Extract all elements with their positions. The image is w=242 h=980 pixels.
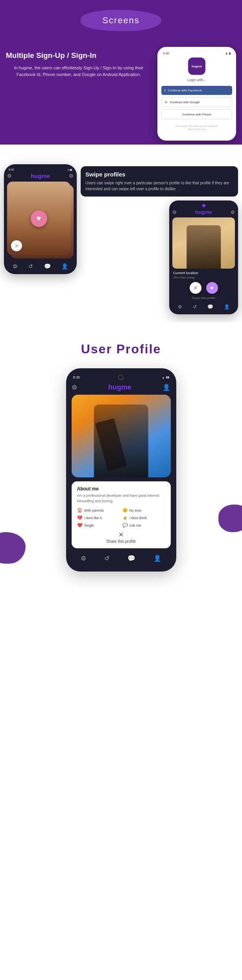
profile-header-row: ⚙ hugme 👤	[72, 383, 171, 392]
login-phone-mockup: 8:30 ▲ ▮ hugme Login with... f Continue …	[157, 47, 236, 141]
profile-card-image	[172, 217, 235, 269]
profile-tags-grid: 🏠 With parents 😐 No ever 💔 i dont like i…	[77, 508, 165, 528]
swipe-time: 8:30	[9, 168, 14, 171]
about-me-title: About me	[77, 486, 165, 492]
user-profile-title: User Profile	[81, 342, 161, 356]
swipe-card-front: ♥ ✕	[7, 182, 70, 255]
screens-header: Screens	[0, 0, 242, 39]
profile-nav-person[interactable]: 👤	[153, 555, 161, 562]
facebook-icon: f	[164, 89, 166, 92]
wifi-icon: ▲	[225, 52, 228, 55]
swipe-card-stack: ♥ ✕	[7, 182, 74, 258]
like-button[interactable]: ♥	[206, 282, 218, 294]
signup-title: Multiple Sign-Up / Sign-In	[6, 51, 151, 61]
screens-blob: Screens	[81, 10, 161, 31]
nav-settings-icon[interactable]: ⚙	[13, 263, 18, 269]
screens-title: Screens	[102, 15, 140, 25]
user-profile-section: User Profile 8:30 ▲ ▮▮ ⚙ hugme 👤 About m…	[0, 322, 242, 603]
tag-single-icon: ❤️	[77, 523, 83, 528]
phone-right-logo: hugme	[195, 209, 212, 215]
tag-with-parents-label: With parents	[84, 509, 104, 512]
battery-icon: ▮	[229, 52, 231, 55]
swipe-settings-icon[interactable]: ⚙	[7, 173, 12, 179]
swipe-text-block: Swipe profiles Users can swipe right ove…	[81, 166, 238, 197]
swipe-logo: hugme	[31, 173, 50, 179]
swipe-title: Swipe profiles	[85, 171, 233, 178]
swipe-phone-header: ⚙ hugme ⚙	[7, 173, 74, 179]
facebook-login-button[interactable]: f Continue with Facebook	[161, 86, 232, 95]
tag-home-icon: 🏠	[77, 508, 83, 513]
like-heart-overlay: ♥	[31, 210, 47, 227]
google-icon: G	[165, 100, 167, 104]
nav-chat-icon[interactable]: 💬	[44, 263, 51, 269]
signup-text-block: Multiple Sign-Up / Sign-In In hugme, the…	[6, 47, 151, 78]
profile-notch	[118, 375, 124, 380]
swipe-description: Users can swipe right over a particular …	[85, 180, 233, 192]
tag-ask-me-label: Ask me	[129, 523, 141, 527]
profile-logo: hugme	[108, 383, 131, 392]
tag-dont-drink-label: I dont drink	[129, 516, 147, 520]
location-label: Current location	[173, 271, 234, 275]
action-buttons: ✕ ♥	[173, 282, 234, 294]
share-profile-row: ✕ Share this profile	[77, 531, 165, 544]
profile-wifi: ▲	[162, 376, 165, 379]
tag-dont-like: 💔 i dont like it	[77, 515, 120, 520]
login-footnote: Don't worry! We never post on Facebook	[175, 125, 218, 127]
share-profile-label: Share this profile	[173, 296, 234, 300]
tag-no-ever: 😐 No ever	[122, 508, 165, 513]
profile-header-settings[interactable]: ⚙	[72, 384, 77, 391]
profile-nav-rewind[interactable]: ↺	[104, 555, 109, 562]
app-icon: hugme	[188, 58, 205, 75]
dislike-x-button[interactable]: ✕	[11, 240, 22, 251]
profile-nav-settings[interactable]: ⚙	[81, 555, 86, 562]
profile-phone-mockup: 8:30 ▲ ▮▮ ⚙ hugme 👤 About me Am a profes…	[66, 368, 176, 572]
swipe-battery: ▮▮	[70, 168, 72, 171]
status-time: 8:30	[163, 52, 169, 55]
google-login-button[interactable]: G Continue with Google	[161, 97, 232, 107]
phone-right-settings[interactable]: ⚙	[172, 210, 177, 215]
tag-with-parents: 🏠 With parents	[77, 508, 120, 513]
share-x-icon: ✕	[118, 531, 124, 538]
tag-single: ❤️ Single	[77, 523, 120, 528]
nav-profile-icon[interactable]: 👤	[61, 263, 68, 269]
about-me-card: About me Am a professional developer and…	[72, 481, 171, 548]
dislike-button[interactable]: ✕	[190, 282, 201, 294]
tag-heart-break-icon: 💔	[77, 515, 83, 520]
blob-left	[0, 532, 26, 564]
distance-label: 254 miles away	[173, 276, 234, 279]
tag-dont-drink: 🍺 I dont drink	[122, 515, 165, 520]
login-terms: Terms of Service	[188, 128, 206, 130]
swipe-nav-bar: ⚙ ↺ 💬 👤	[7, 262, 74, 271]
nav2-settings[interactable]: ⚙	[178, 304, 182, 310]
tag-ask-me: 💬 Ask me	[122, 523, 165, 528]
tag-drink-icon: 🍺	[122, 515, 128, 520]
profile-status-bar: 8:30 ▲ ▮▮	[72, 375, 171, 380]
profile-header-person[interactable]: 👤	[163, 384, 170, 391]
nav2-rewind[interactable]: ↺	[193, 304, 197, 310]
nav2-chat[interactable]: 💬	[207, 304, 213, 310]
facebook-btn-label: Continue with Facebook	[168, 89, 202, 92]
about-me-text: Am a professional developer and have gre…	[77, 493, 165, 504]
tag-chat-icon: 💬	[122, 523, 128, 528]
google-btn-label: Continue with Google	[170, 100, 200, 104]
swipe-status-bar: 8:30 ● ▮▮	[7, 168, 74, 171]
phone-right-filter[interactable]: ⚙	[231, 210, 235, 215]
profile-nav-chat[interactable]: 💬	[127, 555, 135, 562]
signup-section: Multiple Sign-Up / Sign-In In hugme, the…	[0, 39, 242, 160]
app-icon-label: hugme	[192, 65, 202, 68]
phone-btn-label: Continue with Phone	[182, 113, 211, 116]
tag-single-label: Single	[84, 523, 94, 527]
phone-right-indicator	[172, 204, 235, 207]
swipe-filter-icon[interactable]: ⚙	[69, 173, 74, 179]
tag-dont-like-label: i dont like it	[84, 516, 102, 520]
nav-rewind-icon[interactable]: ↺	[28, 263, 33, 269]
phone-status-bar: 8:30 ▲ ▮	[161, 52, 232, 55]
phone-right-nav: ⚙ ↺ 💬 👤	[172, 303, 235, 311]
profile-time: 8:30	[73, 375, 80, 379]
nav2-profile[interactable]: 👤	[224, 304, 230, 310]
profile-nav-bar: ⚙ ↺ 💬 👤	[72, 553, 171, 564]
swipe-phone-right: ⚙ hugme ⚙ Current location 254 miles awa…	[169, 200, 238, 314]
share-profile-text: Share this profile	[106, 539, 136, 544]
profile-photo	[72, 395, 171, 477]
phone-login-button[interactable]: Continue with Phone	[161, 110, 232, 119]
